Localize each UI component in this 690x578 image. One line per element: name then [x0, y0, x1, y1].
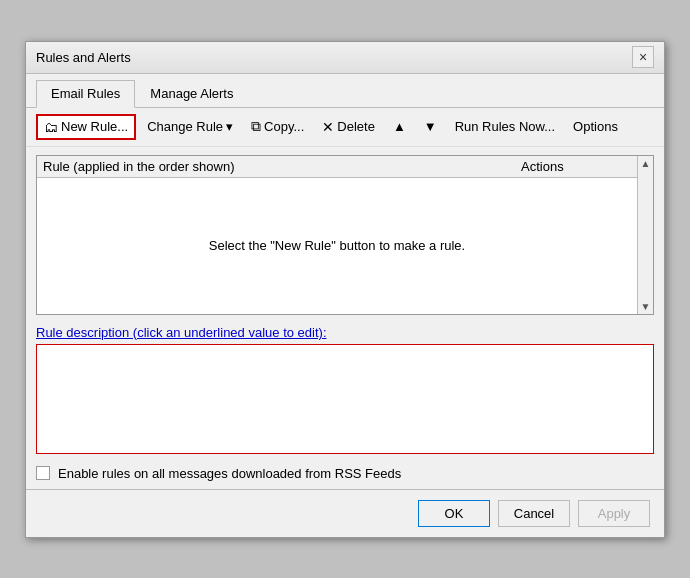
- rule-description-box[interactable]: [36, 344, 654, 454]
- scroll-up-icon[interactable]: ▲: [639, 156, 653, 171]
- change-rule-dropdown-icon: ▾: [226, 119, 233, 134]
- copy-icon: ⧉: [251, 118, 261, 135]
- new-rule-icon: 🗂: [44, 119, 58, 135]
- options-button[interactable]: Options: [566, 115, 625, 138]
- move-up-button[interactable]: ▲: [386, 115, 413, 138]
- ok-button[interactable]: OK: [418, 500, 490, 527]
- delete-icon: ✕: [322, 119, 334, 135]
- content-area: Rule (applied in the order shown) Action…: [26, 147, 664, 489]
- toolbar: 🗂 New Rule... Change Rule ▾ ⧉ Copy... ✕ …: [26, 108, 664, 147]
- title-bar: Rules and Alerts ×: [26, 42, 664, 74]
- delete-button[interactable]: ✕ Delete: [315, 115, 382, 139]
- run-rules-button[interactable]: Run Rules Now...: [448, 115, 562, 138]
- bottom-buttons: OK Cancel Apply: [26, 489, 664, 537]
- rules-table-inner: Rule (applied in the order shown) Action…: [37, 156, 653, 314]
- tab-email-rules[interactable]: Email Rules: [36, 80, 135, 108]
- copy-button[interactable]: ⧉ Copy...: [244, 114, 311, 139]
- new-rule-button[interactable]: 🗂 New Rule...: [36, 114, 136, 140]
- change-rule-button[interactable]: Change Rule ▾: [140, 115, 240, 138]
- rss-checkbox-row: Enable rules on all messages downloaded …: [36, 466, 654, 481]
- rss-checkbox-label: Enable rules on all messages downloaded …: [58, 466, 401, 481]
- rules-and-alerts-dialog: Rules and Alerts × Email Rules Manage Al…: [25, 41, 665, 538]
- rule-description-label: Rule description (click an underlined va…: [36, 325, 654, 340]
- col-rule-header: Rule (applied in the order shown): [43, 159, 521, 174]
- move-down-button[interactable]: ▼: [417, 115, 444, 138]
- rules-table-header: Rule (applied in the order shown) Action…: [37, 156, 637, 178]
- close-button[interactable]: ×: [632, 46, 654, 68]
- tab-manage-alerts[interactable]: Manage Alerts: [135, 80, 248, 107]
- cancel-button[interactable]: Cancel: [498, 500, 570, 527]
- dialog-title: Rules and Alerts: [36, 50, 131, 65]
- rules-table-empty-message: Select the "New Rule" button to make a r…: [37, 178, 637, 314]
- rss-checkbox[interactable]: [36, 466, 50, 480]
- apply-button[interactable]: Apply: [578, 500, 650, 527]
- rules-table: Rule (applied in the order shown) Action…: [36, 155, 654, 315]
- col-actions-header: Actions: [521, 159, 631, 174]
- rules-table-scrollbar[interactable]: ▲ ▼: [637, 156, 653, 314]
- tabs-bar: Email Rules Manage Alerts: [26, 74, 664, 108]
- scroll-down-icon[interactable]: ▼: [639, 299, 653, 314]
